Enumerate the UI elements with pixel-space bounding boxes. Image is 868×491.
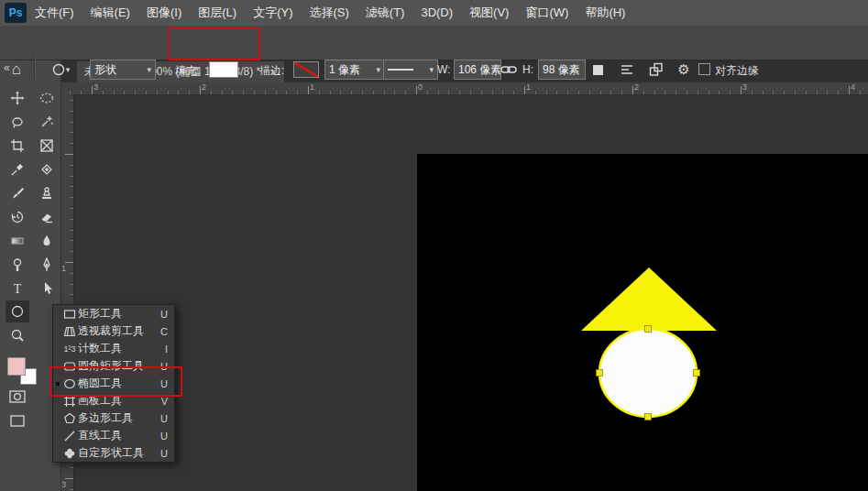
ruler-number: 1	[61, 264, 66, 273]
quick-mask-button[interactable]	[5, 386, 29, 408]
ruler-number: 3	[742, 82, 747, 92]
separator	[34, 56, 36, 80]
flyout-item-rectangle-tool[interactable]: 矩形工具 U	[53, 305, 174, 322]
solid-line-icon	[388, 69, 413, 71]
tool-mode-select[interactable]: 形状 ▾	[90, 60, 156, 80]
pen-tool[interactable]	[35, 254, 59, 276]
stroke-color-swatch[interactable]	[293, 61, 319, 78]
tool-preset-button[interactable]: ▾	[42, 59, 79, 81]
magic-wand-tool[interactable]	[35, 111, 59, 133]
ruler-number: 1	[310, 82, 314, 92]
frame-tool[interactable]	[35, 135, 59, 157]
home-icon[interactable]: ⌂	[5, 59, 27, 81]
clone-stamp-tool[interactable]	[35, 182, 59, 204]
shortcut-key: U	[160, 413, 168, 424]
menu-window[interactable]: 窗口(W)	[517, 0, 577, 26]
gradient-tool[interactable]	[5, 230, 29, 252]
eyedropper-tool[interactable]	[5, 158, 29, 180]
flyout-item-polygon-tool[interactable]: 多边形工具 U	[53, 409, 174, 427]
blur-tool[interactable]	[35, 230, 59, 252]
menu-edit[interactable]: 编辑(E)	[82, 0, 138, 26]
options-bar: ⌂ ▾ 形状 ▾ 填充: 描边: 1 像素 ▾ ▾ W: 106 像素 H: 9…	[0, 26, 868, 60]
polygon-icon	[61, 412, 78, 425]
flyout-item-perspective-crop-tool[interactable]: 透视裁剪工具 C	[53, 322, 174, 340]
horizontal-ruler[interactable]: 3 2 1 0 1 2 3 4	[60, 82, 868, 95]
path-alignment-button[interactable]	[616, 59, 638, 81]
shape-height-input[interactable]: 98 像素	[538, 60, 586, 80]
rectangle-icon	[61, 308, 78, 321]
shape-tool-ellipse[interactable]	[5, 300, 29, 322]
stroke-width-value: 1 像素	[329, 60, 360, 79]
path-selection-tool[interactable]	[35, 278, 59, 300]
flyout-item-custom-shape-tool[interactable]: 自定形状工具 U	[53, 444, 174, 462]
link-dimensions-icon[interactable]	[498, 59, 520, 81]
menu-image[interactable]: 图像(I)	[138, 0, 190, 26]
eraser-tool[interactable]	[35, 206, 59, 228]
yellow-triangle-shape	[581, 267, 717, 331]
chevron-down-icon: ▾	[66, 65, 71, 74]
fill-color-swatch[interactable]	[209, 61, 238, 78]
menu-select[interactable]: 选择(S)	[301, 0, 357, 26]
perspective-crop-icon	[61, 325, 78, 338]
ruler-number: 2	[202, 82, 206, 92]
move-tool[interactable]	[5, 87, 29, 109]
type-tool[interactable]: T	[5, 278, 29, 300]
healing-brush-tool[interactable]	[35, 158, 59, 180]
shape-tools-flyout: 矩形工具 U 透视裁剪工具 C 1²3 计数工具 I 圆角矩形工具 U 椭圆工具…	[52, 304, 175, 463]
stroke-label: 描边:	[259, 63, 284, 79]
stroke-width-field[interactable]: 1 像素 ▾	[324, 60, 385, 80]
fill-label: 填充:	[175, 63, 200, 79]
flyout-item-count-tool[interactable]: 1²3 计数工具 I	[53, 340, 174, 357]
flyout-item-ellipse-tool[interactable]: 椭圆工具 U	[53, 375, 174, 392]
shortcut-key: U	[160, 361, 168, 372]
transform-handle-right[interactable]	[694, 370, 700, 376]
gear-icon[interactable]: ⚙	[673, 59, 695, 81]
photoshop-window: Ps 文件(F) 编辑(E) 图像(I) 图层(L) 文字(Y) 选择(S) 滤…	[0, 0, 868, 491]
menu-file[interactable]: 文件(F)	[27, 0, 82, 26]
elliptical-marquee-tool[interactable]	[35, 87, 59, 109]
transform-handle-top[interactable]	[645, 326, 652, 333]
lasso-tool[interactable]	[5, 111, 29, 133]
menu-filter[interactable]: 滤镜(T)	[357, 0, 413, 26]
flyout-item-rounded-rectangle-tool[interactable]: 圆角矩形工具 U	[53, 357, 174, 375]
stroke-style-select[interactable]: ▾	[383, 60, 438, 80]
path-operations-button[interactable]	[587, 59, 609, 81]
history-brush-tool[interactable]	[5, 206, 29, 228]
custom-shape-icon	[61, 447, 78, 460]
align-edges-label: 对齐边缘	[715, 63, 759, 79]
menu-3d[interactable]: 3D(D)	[412, 0, 461, 26]
shortcut-key: U	[160, 448, 168, 459]
shortcut-key: C	[160, 326, 168, 337]
shortcut-key: U	[160, 309, 168, 320]
align-edges-checkbox[interactable]	[698, 63, 710, 75]
ellipse-icon	[61, 377, 78, 390]
white-ellipse-shape	[599, 329, 697, 417]
line-icon	[61, 430, 78, 442]
zoom-tool[interactable]	[5, 324, 29, 346]
shortcut-key: U	[160, 431, 168, 442]
transform-handle-left[interactable]	[597, 370, 603, 376]
flyout-item-artboard-tool[interactable]: 画板工具 V	[53, 392, 174, 409]
ruler-number: 3	[61, 480, 66, 489]
brush-tool[interactable]	[5, 182, 29, 204]
current-tool-marker	[56, 382, 60, 386]
menu-view[interactable]: 视图(V)	[461, 0, 517, 26]
path-arrangement-button[interactable]	[645, 59, 667, 81]
svg-text:T: T	[14, 282, 22, 296]
crop-tool[interactable]	[5, 135, 29, 157]
screen-mode-button[interactable]	[5, 409, 29, 431]
shape-width-input[interactable]: 106 像素	[454, 60, 501, 80]
ruler-number: 0	[418, 82, 423, 92]
count-icon: 1²3	[61, 344, 78, 354]
menu-type[interactable]: 文字(Y)	[245, 0, 301, 26]
menu-help[interactable]: 帮助(H)	[577, 0, 633, 26]
foreground-color-swatch[interactable]	[7, 357, 26, 376]
chevron-down-icon: ▾	[376, 60, 380, 79]
transform-handle-bottom[interactable]	[645, 414, 652, 420]
ruler-number: 4	[851, 82, 855, 92]
dodge-tool[interactable]	[5, 254, 29, 276]
flyout-item-line-tool[interactable]: 直线工具 U	[53, 427, 174, 444]
menu-layer[interactable]: 图层(L)	[190, 0, 245, 26]
shortcut-key: I	[165, 344, 168, 355]
shape-layer-graphics	[73, 94, 868, 491]
